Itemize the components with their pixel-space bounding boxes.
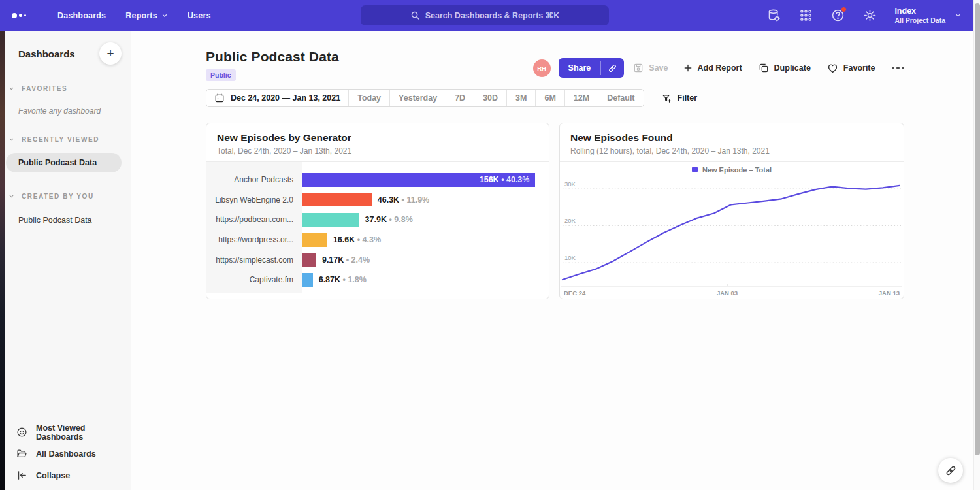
project-name: Index (894, 7, 945, 17)
chevron-down-icon (8, 137, 14, 142)
background-edge-strip (0, 31, 5, 490)
save-icon (633, 63, 644, 73)
card-title: New Episodes by Generator (217, 132, 538, 144)
bar-row: Captivate.fm6.87K • 1.8% (206, 270, 549, 290)
more-options-button[interactable] (892, 67, 905, 70)
collapse-icon (16, 470, 27, 481)
app-logo[interactable] (12, 13, 26, 18)
sidebar-item-public-podcast-data-recent[interactable]: Public Podcast Data (6, 153, 122, 172)
preset-button-30d[interactable]: 30D (474, 90, 507, 106)
main-content: Public Podcast Data Public RH Share Save… (131, 31, 973, 490)
page-scrollbar[interactable] (973, 0, 980, 490)
bar-value-label: 6.87K • 1.8% (319, 273, 367, 287)
bar-value-label: 9.17K • 2.4% (322, 253, 370, 267)
date-range-picker[interactable]: Dec 24, 2020 — Jan 13, 2021 (206, 90, 349, 106)
dashboard-actions: RH Share Save Add Report Duplicate Favor… (533, 58, 904, 78)
favorites-empty-text: Favorite any dashboard (0, 106, 131, 116)
card-subtitle: Rolling (12 hours), total, Dec 24th, 202… (570, 146, 893, 155)
card-new-episodes-found: New Episodes Found Rolling (12 hours), t… (559, 123, 904, 299)
bar-value-label: 37.9K • 9.8% (365, 213, 413, 227)
duplicate-button[interactable]: Duplicate (759, 63, 811, 73)
bar-chart: Anchor Podcasts156K • 40.3%Libsyn WebEng… (206, 162, 549, 290)
preset-button-7d[interactable]: 7D (446, 90, 474, 106)
bar-category-label: https://podbean.com... (206, 215, 302, 224)
bar-row: https://simplecast.com9.17K • 2.4% (206, 250, 549, 270)
chevron-down-icon (161, 12, 168, 19)
card-new-episodes-by-generator: New Episodes by Generator Total, Dec 24t… (206, 123, 549, 299)
line-chart-svg: 30K20K10KDEC 24JAN 03JAN 13 (561, 177, 902, 299)
favorite-button[interactable]: Favorite (827, 63, 875, 74)
page-title: Public Podcast Data (206, 49, 339, 65)
date-toolbar: Dec 24, 2020 — Jan 13, 2021 TodayYesterd… (206, 89, 697, 107)
sidebar-item-public-podcast-data-created[interactable]: Public Podcast Data (0, 216, 131, 225)
nav-link-users[interactable]: Users (188, 11, 211, 20)
help-icon[interactable] (830, 8, 845, 23)
project-switcher[interactable]: Index All Project Data (894, 7, 962, 25)
bar-segment[interactable] (302, 253, 316, 267)
line-series-new-episode-total (563, 186, 900, 280)
nav-link-dashboards[interactable]: Dashboards (57, 11, 106, 20)
bar-category-label: Anchor Podcasts (206, 175, 302, 184)
scrollbar-thumb[interactable] (975, 3, 980, 455)
card-subtitle: Total, Dec 24th, 2020 – Jan 13th, 2021 (217, 146, 538, 155)
top-navbar: Dashboards Reports Users Search Dashboar… (0, 0, 973, 31)
settings-gear-icon[interactable] (862, 8, 877, 23)
chevron-down-icon (955, 12, 962, 19)
collapse-sidebar-button[interactable]: Collapse (0, 465, 131, 486)
share-link-button[interactable] (601, 58, 624, 78)
preset-button-today[interactable]: Today (349, 90, 390, 106)
section-recently-viewed[interactable]: RECENTLY VIEWED (0, 136, 131, 143)
filter-button[interactable]: Filter (662, 93, 698, 103)
notification-badge (841, 7, 847, 12)
bar-category-label: https://simplecast.com (206, 255, 302, 265)
most-viewed-dashboards-button[interactable]: Most Viewed Dashboards (0, 421, 131, 443)
nav-link-reports[interactable]: Reports (125, 11, 168, 20)
link-icon (608, 63, 617, 73)
section-created-by-you[interactable]: CREATED BY YOU (0, 193, 131, 200)
bar-row: https://podbean.com...37.9K • 9.8% (206, 210, 549, 230)
section-favorites[interactable]: FAVORITES (0, 85, 131, 92)
bar-value-label: 156K • 40.3% (480, 173, 530, 187)
plus-icon (683, 63, 693, 73)
public-badge: Public (206, 69, 236, 81)
add-dashboard-button[interactable]: + (99, 42, 122, 65)
bar-segment[interactable] (302, 193, 372, 206)
project-subtitle: All Project Data (894, 16, 945, 24)
smiley-icon (16, 427, 27, 438)
svg-text:DEC 24: DEC 24 (564, 289, 586, 297)
bar-segment[interactable] (302, 273, 313, 287)
all-dashboards-button[interactable]: All Dashboards (0, 443, 131, 465)
svg-text:20K: 20K (564, 217, 576, 224)
preset-button-6m[interactable]: 6M (536, 90, 564, 106)
bar-segment[interactable] (302, 233, 327, 247)
svg-text:JAN 13: JAN 13 (879, 289, 900, 297)
filter-funnel-icon (662, 93, 672, 103)
bar-segment[interactable]: 156K • 40.3% (302, 173, 535, 187)
preset-button-default[interactable]: Default (598, 90, 643, 106)
sidebar: Dashboards + FAVORITES Favorite any dash… (0, 31, 131, 490)
preset-button-3m[interactable]: 3M (507, 90, 536, 106)
share-button[interactable]: Share (559, 58, 625, 78)
avatar[interactable]: RH (533, 59, 551, 77)
svg-text:10K: 10K (564, 254, 576, 261)
chevron-down-icon (8, 193, 14, 199)
bar-row: https://wordpress.or...16.6K • 4.3% (206, 230, 549, 250)
preset-button-12m[interactable]: 12M (565, 90, 598, 106)
add-report-button[interactable]: Add Report (683, 63, 742, 73)
apps-grid-icon[interactable] (798, 8, 813, 23)
bar-value-label: 46.3K • 11.9% (378, 193, 429, 206)
save-button[interactable]: Save (633, 63, 668, 73)
date-range-control: Dec 24, 2020 — Jan 13, 2021 TodayYesterd… (206, 89, 644, 107)
calendar-icon (214, 93, 225, 103)
chevron-down-icon (8, 86, 14, 91)
search-icon (410, 10, 420, 20)
preset-button-yesterday[interactable]: Yesterday (390, 90, 446, 106)
folder-icon (16, 448, 27, 459)
data-sources-icon[interactable] (766, 8, 781, 23)
copy-dashboard-link-button[interactable] (938, 458, 963, 483)
bar-category-label: https://wordpress.or... (206, 235, 302, 244)
search-input[interactable]: Search Dashboards & Reports ⌘K (361, 5, 609, 25)
duplicate-icon (759, 63, 769, 73)
bar-segment[interactable] (302, 213, 359, 227)
bar-value-label: 16.6K • 4.3% (333, 233, 381, 247)
